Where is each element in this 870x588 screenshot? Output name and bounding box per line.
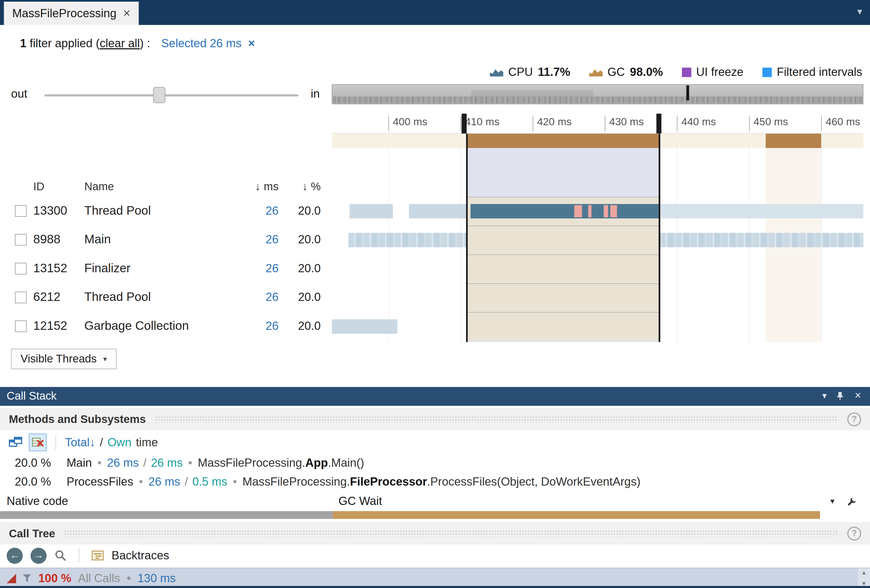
search-icon[interactable] xyxy=(54,549,67,561)
method-row[interactable]: 20.0 % Main • 26 ms / 26 ms • MassFilePr… xyxy=(0,453,870,472)
thread-row[interactable]: 13300 Thread Pool 26 20.0 xyxy=(0,197,332,226)
cpu-chart-icon xyxy=(490,68,503,76)
selected-interval-region[interactable] xyxy=(466,134,660,342)
thread-row[interactable]: 13152 Finalizer 26 20.0 xyxy=(0,254,332,284)
paren-open: ( xyxy=(96,37,100,49)
selected-gc-bar xyxy=(466,134,660,148)
zoom-in-label: in xyxy=(311,87,320,100)
tab-title: MassFileProcessing xyxy=(12,7,116,20)
thread-ms: 26 xyxy=(238,204,278,217)
col-header-id[interactable]: ID xyxy=(33,180,44,193)
tab-close-icon[interactable]: × xyxy=(123,7,130,19)
thread-id: 6212 xyxy=(33,290,60,304)
ruler-tick: 430 ms xyxy=(605,116,644,132)
tab-bar: MassFileProcessing × ▾ xyxy=(0,0,870,25)
tab-list-dropdown-icon[interactable]: ▾ xyxy=(857,6,862,18)
native-dropdown-caret-icon[interactable]: ▾ xyxy=(830,496,835,506)
hide-system-functions-toggle[interactable] xyxy=(29,434,47,451)
main-thread-activity-bar xyxy=(660,233,863,247)
threads-timeline-chart[interactable] xyxy=(332,134,863,342)
selection-left-handle[interactable] xyxy=(462,114,466,134)
legend-gc: GC 98.0% xyxy=(589,65,663,79)
thread-pct: 20.0 xyxy=(282,319,320,333)
methods-subsystems-header: Methods and Subsystems ? xyxy=(0,408,870,431)
bullet: • xyxy=(188,456,192,469)
panel-menu-caret-icon[interactable]: ▾ xyxy=(822,391,827,401)
bullet: • xyxy=(233,475,237,489)
thread-name: Main xyxy=(85,232,111,246)
thread-checkbox[interactable] xyxy=(15,234,27,246)
clear-all-link[interactable]: clear all xyxy=(100,37,140,49)
col-header-pct[interactable]: ↓ % xyxy=(282,180,320,193)
call-tree-title: Call Tree xyxy=(9,527,55,540)
thread-name: Garbage Collection xyxy=(85,319,189,333)
filter-applied-text: filter applied xyxy=(30,37,93,49)
method-namespace: MassFileProcessing. xyxy=(198,456,305,469)
method-signature: .Main() xyxy=(328,456,364,469)
thread1-blocked-mark xyxy=(603,205,608,217)
ruler-tick: 460 ms xyxy=(821,116,860,132)
thread-row[interactable]: 12152 Garbage Collection 26 20.0 xyxy=(0,312,332,341)
col-header-ms[interactable]: ↓ ms xyxy=(238,180,278,193)
time-ruler[interactable]: 400 ms 410 ms 420 ms 430 ms 440 ms 450 m… xyxy=(332,114,863,134)
methods-toolbar: Total↓ / Own time xyxy=(0,432,870,453)
visible-threads-label: Visible Threads xyxy=(21,353,97,365)
zoom-slider-track[interactable] xyxy=(44,94,298,97)
zoom-slider-thumb[interactable] xyxy=(153,87,165,103)
thread1-running-bar xyxy=(471,204,659,218)
thread-ms: 26 xyxy=(238,261,278,275)
gc-thread-activity-bar xyxy=(332,319,397,334)
call-stack-header: Call Stack ▾ × xyxy=(0,387,870,406)
ui-freeze-label: UI freeze xyxy=(696,65,743,79)
sort-own-link[interactable]: Own xyxy=(107,436,131,449)
method-row[interactable]: 20.0 % ProcessFiles • 26 ms / 0.5 ms • M… xyxy=(0,472,870,491)
selection-border-right xyxy=(658,134,660,342)
thread-checkbox[interactable] xyxy=(15,292,27,303)
dotted-divider xyxy=(155,416,839,422)
bullet: • xyxy=(139,475,143,489)
filter-funnel-icon[interactable] xyxy=(23,574,31,582)
col-header-name[interactable]: Name xyxy=(85,180,114,193)
filter-colon: : xyxy=(147,37,150,49)
method-signature: .ProcessFiles(Object, DoWorkEventArgs) xyxy=(427,475,641,489)
filter-bar: 1 filter applied (clear all) : Selected … xyxy=(20,37,255,50)
thread-row[interactable]: 8988 Main 26 20.0 xyxy=(0,226,332,254)
filtered-label: Filtered intervals xyxy=(777,65,862,79)
filter-chip-label[interactable]: Selected 26 ms xyxy=(161,37,241,49)
legend-ui-freeze: UI freeze xyxy=(682,65,743,79)
slash: / xyxy=(185,475,188,489)
status-all-calls: All Calls xyxy=(78,572,120,585)
pin-icon[interactable] xyxy=(836,391,844,401)
native-code-row[interactable]: Native code GC Wait ▾ xyxy=(0,492,870,511)
timeline-overview-strip[interactable] xyxy=(332,85,863,104)
method-name: Main xyxy=(67,456,92,469)
call-tree-status-row: 100 % All Calls • 130 ms ▲ ▼ xyxy=(0,567,870,588)
dotted-divider xyxy=(64,530,839,536)
call-stack-title: Call Stack xyxy=(7,390,57,402)
back-button[interactable]: ← xyxy=(7,547,23,564)
tab-massfileprocessing[interactable]: MassFileProcessing × xyxy=(4,1,139,25)
panel-close-icon[interactable]: × xyxy=(855,389,861,402)
thread-checkbox[interactable] xyxy=(15,321,27,332)
help-icon[interactable]: ? xyxy=(847,526,861,540)
sort-total-link[interactable]: Total↓ xyxy=(65,436,95,449)
thread1-blocked-mark xyxy=(610,205,617,217)
expand-frames-icon[interactable] xyxy=(7,434,24,451)
filter-chip-close-icon[interactable]: × xyxy=(248,37,255,49)
thread-checkbox[interactable] xyxy=(15,205,27,217)
mini-scrollbar[interactable]: ▲ ▼ xyxy=(858,569,870,588)
thread-checkbox[interactable] xyxy=(15,263,27,275)
forward-button[interactable]: → xyxy=(31,547,47,564)
paren-close: ) xyxy=(140,37,144,49)
visible-threads-button[interactable]: Visible Threads ▾ xyxy=(11,349,116,369)
native-code-label: Native code xyxy=(7,494,68,508)
gc-activity-bar xyxy=(766,134,821,148)
scroll-down-icon[interactable]: ▼ xyxy=(861,581,867,587)
backtraces-button[interactable]: Backtraces xyxy=(112,549,169,562)
scroll-up-icon[interactable]: ▲ xyxy=(861,570,867,576)
thread-row[interactable]: 6212 Thread Pool 26 20.0 xyxy=(0,284,332,312)
selection-right-handle[interactable] xyxy=(657,114,661,134)
help-icon[interactable]: ? xyxy=(847,412,861,426)
wrench-icon[interactable] xyxy=(847,496,858,507)
ruler-tick: 400 ms xyxy=(389,116,428,132)
